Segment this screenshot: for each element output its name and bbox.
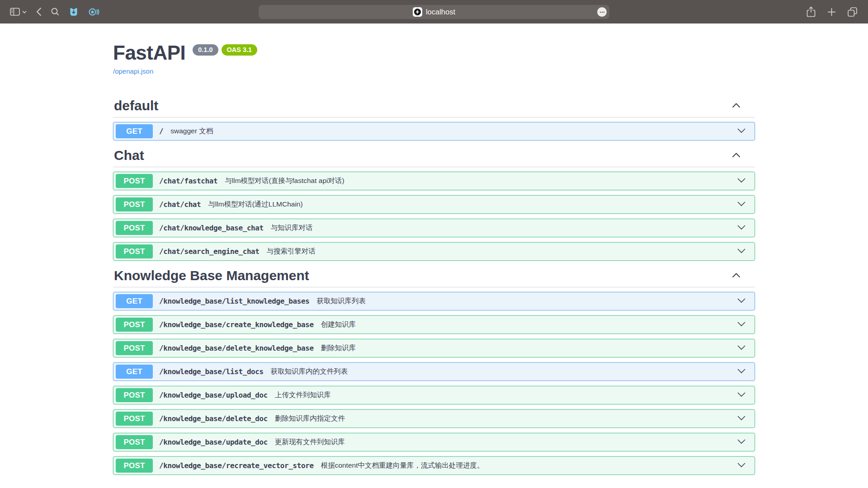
endpoint-row[interactable]: POST/chat/search_engine_chat与搜索引擎对话 — [113, 242, 755, 261]
tag-section-default: defaultGET/swagger 文档 — [113, 97, 755, 141]
sidebar-chevron-icon — [22, 10, 27, 14]
url-text: localhost — [426, 8, 455, 16]
endpoint-path: /knowledge_base/delete_knowledge_base — [159, 344, 314, 352]
endpoint-path: /chat/knowledge_base_chat — [159, 224, 264, 232]
endpoint-path: /chat/fastchat — [159, 177, 217, 185]
chevron-down-icon — [737, 439, 746, 446]
extension-bookmark-button[interactable] — [69, 7, 79, 17]
endpoint-description: 根据content中文档重建向量库，流式输出处理进度。 — [321, 461, 484, 470]
endpoint-description: 删除知识库 — [321, 343, 356, 353]
tab-overview-button[interactable] — [848, 7, 857, 17]
chevron-down-icon — [737, 128, 746, 135]
api-sections: defaultGET/swagger 文档ChatPOST/chat/fastc… — [113, 97, 755, 475]
method-badge: POST — [116, 341, 153, 355]
endpoint-path: /chat/chat — [159, 200, 201, 209]
endpoint-rows: GET/swagger 文档 — [113, 117, 755, 141]
search-button[interactable] — [51, 8, 59, 16]
method-badge: GET — [116, 294, 153, 308]
endpoint-row[interactable]: GET/knowledge_base/list_knowledge_bases获… — [113, 292, 755, 310]
expand-endpoint-button[interactable] — [735, 413, 748, 424]
back-button[interactable] — [36, 7, 42, 16]
endpoint-row[interactable]: POST/knowledge_base/create_knowledge_bas… — [113, 315, 755, 334]
chevron-down-icon — [737, 462, 746, 469]
endpoint-row[interactable]: POST/knowledge_base/recreate_vector_stor… — [113, 456, 755, 475]
method-badge: POST — [116, 435, 153, 449]
endpoint-path: /knowledge_base/list_knowledge_bases — [159, 297, 309, 305]
endpoint-row[interactable]: POST/knowledge_base/update_doc更新现有文件到知识库 — [113, 433, 755, 451]
endpoint-row[interactable]: POST/knowledge_base/delete_doc删除知识库内指定文件 — [113, 409, 755, 428]
expand-endpoint-button[interactable] — [735, 460, 748, 471]
tag-title: Knowledge Base Management — [114, 268, 309, 283]
new-tab-button[interactable] — [827, 8, 836, 16]
page-title: FastAPI 0.1.0 OAS 3.1 — [113, 43, 755, 63]
endpoint-row[interactable]: POST/knowledge_base/delete_knowledge_bas… — [113, 339, 755, 357]
endpoint-row[interactable]: POST/chat/fastchat与llm模型对话(直接与fastchat a… — [113, 172, 755, 190]
expand-endpoint-button[interactable] — [735, 199, 748, 210]
tag-section-chat: ChatPOST/chat/fastchat与llm模型对话(直接与fastch… — [113, 147, 755, 261]
endpoint-rows: GET/knowledge_base/list_knowledge_bases获… — [113, 287, 755, 475]
expand-endpoint-button[interactable] — [735, 126, 748, 136]
expand-endpoint-button[interactable] — [735, 296, 748, 306]
back-icon — [36, 7, 42, 16]
chevron-down-icon — [737, 248, 746, 255]
api-title: FastAPI — [113, 43, 185, 63]
tag-header-knowledge-base-management[interactable]: Knowledge Base Management — [113, 267, 755, 287]
expand-endpoint-button[interactable] — [735, 343, 748, 353]
extension-broadcast-icon — [88, 7, 99, 17]
share-button[interactable] — [807, 6, 816, 17]
endpoint-description: 更新现有文件到知识库 — [275, 437, 345, 447]
openapi-spec-link[interactable]: /openapi.json — [113, 67, 153, 75]
method-badge: GET — [116, 365, 153, 379]
endpoint-description: 与llm模型对话(直接与fastchat api对话) — [225, 176, 344, 186]
method-badge: POST — [116, 318, 153, 332]
method-badge: POST — [116, 174, 153, 188]
endpoint-description: 创建知识库 — [321, 320, 356, 329]
endpoint-path: / — [159, 127, 163, 136]
endpoint-description: 删除知识库内指定文件 — [275, 414, 345, 423]
expand-endpoint-button[interactable] — [735, 437, 748, 447]
url-bar[interactable]: localhost — [259, 5, 609, 19]
extension-broadcast-button[interactable] — [88, 7, 99, 17]
sidebar-button[interactable] — [10, 8, 27, 16]
method-badge: POST — [116, 221, 153, 235]
tag-header-chat[interactable]: Chat — [113, 147, 755, 167]
endpoint-description: 与搜索引擎对话 — [267, 247, 316, 256]
method-badge: POST — [116, 388, 153, 402]
expand-endpoint-button[interactable] — [735, 366, 748, 377]
new-tab-icon — [827, 8, 836, 16]
chevron-up-icon — [732, 152, 741, 159]
expand-endpoint-button[interactable] — [735, 246, 748, 257]
browser-toolbar: localhost — [0, 0, 868, 23]
collapse-section-button[interactable] — [730, 271, 742, 281]
endpoint-description: swagger 文档 — [170, 127, 213, 136]
tag-title: Chat — [114, 148, 144, 163]
collapse-section-button[interactable] — [730, 150, 742, 161]
share-icon — [807, 6, 816, 17]
chevron-up-icon — [732, 103, 741, 109]
endpoint-rows: POST/chat/fastchat与llm模型对话(直接与fastchat a… — [113, 167, 755, 261]
tab-overview-icon — [848, 7, 857, 17]
page-menu-ellipsis-icon[interactable] — [597, 7, 607, 17]
endpoint-row[interactable]: GET/swagger 文档 — [113, 122, 755, 141]
expand-endpoint-button[interactable] — [735, 176, 748, 186]
sidebar-icon — [10, 8, 20, 16]
extension-bookmark-icon — [69, 7, 79, 17]
collapse-section-button[interactable] — [730, 101, 742, 111]
version-badge: 0.1.0 — [193, 44, 218, 56]
tag-title: default — [114, 98, 158, 113]
expand-endpoint-button[interactable] — [735, 319, 748, 330]
endpoint-row[interactable]: POST/chat/chat与llm模型对话(通过LLMChain) — [113, 195, 755, 214]
expand-endpoint-button[interactable] — [735, 390, 748, 400]
endpoint-row[interactable]: GET/knowledge_base/list_docs获取知识库内的文件列表 — [113, 362, 755, 381]
expand-endpoint-button[interactable] — [735, 223, 748, 233]
endpoint-path: /knowledge_base/recreate_vector_store — [159, 461, 314, 470]
endpoint-path: /chat/search_engine_chat — [159, 247, 259, 256]
chevron-down-icon — [737, 415, 746, 422]
toolbar-left-group — [10, 0, 99, 23]
endpoint-row[interactable]: POST/chat/knowledge_base_chat与知识库对话 — [113, 219, 755, 237]
endpoint-path: /knowledge_base/create_knowledge_base — [159, 320, 314, 329]
tag-header-default[interactable]: default — [113, 97, 755, 117]
search-icon — [51, 8, 59, 16]
endpoint-row[interactable]: POST/knowledge_base/upload_doc上传文件到知识库 — [113, 386, 755, 404]
endpoint-path: /knowledge_base/delete_doc — [159, 414, 268, 423]
